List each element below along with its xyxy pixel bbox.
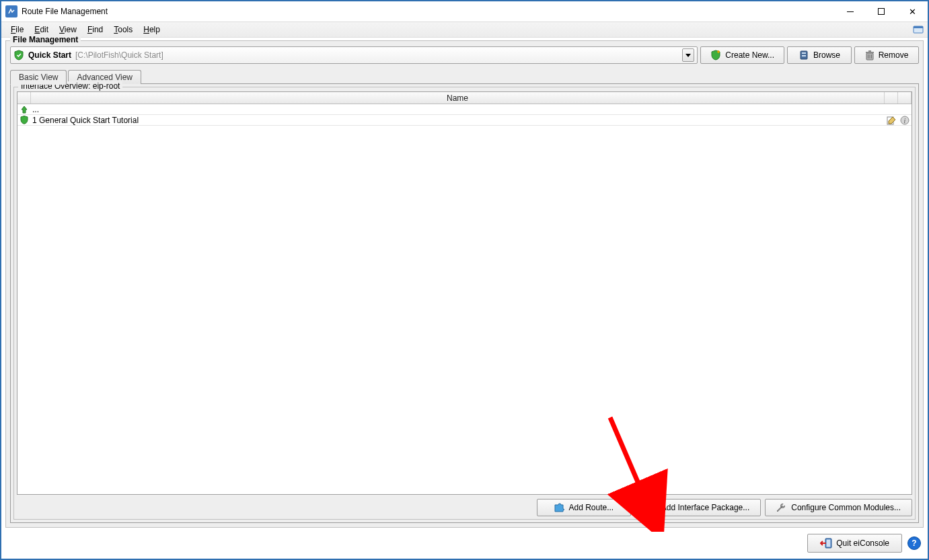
titlebar: Route File Management xyxy=(1,1,928,22)
working-dir-dropdown-button[interactable] xyxy=(682,48,694,62)
puzzle-icon xyxy=(554,502,564,513)
wrench-icon xyxy=(776,502,787,513)
window-maximize-button[interactable] xyxy=(866,1,897,22)
menu-find[interactable]: Find xyxy=(82,24,108,36)
info-row-icon[interactable]: i xyxy=(898,116,912,125)
quit-eiconsole-button[interactable]: Quit eiConsole xyxy=(807,534,902,553)
add-route-button[interactable]: Add Route... xyxy=(537,499,631,516)
col-name[interactable]: Name xyxy=(31,92,885,104)
menu-edit[interactable]: Edit xyxy=(29,24,54,36)
svg-text:i: i xyxy=(904,116,906,124)
window-close-button[interactable] xyxy=(897,1,928,22)
working-dir-combo[interactable]: Quick Start [C:\PilotFish\Quick Start] xyxy=(10,46,698,64)
app-icon xyxy=(5,5,17,17)
svg-rect-14 xyxy=(827,540,831,547)
trash-icon xyxy=(865,50,875,61)
table-header: Name xyxy=(17,92,912,104)
working-dir-path: [C:\PilotFish\Quick Start] xyxy=(75,50,163,60)
quit-label: Quit eiConsole xyxy=(836,538,889,548)
menu-tools[interactable]: Tools xyxy=(108,24,138,36)
add-route-label: Add Route... xyxy=(568,503,614,512)
configure-common-modules-label: Configure Common Modules... xyxy=(791,503,901,512)
create-new-label: Create New... xyxy=(725,50,774,60)
window-title: Route File Management xyxy=(22,7,108,16)
create-new-icon xyxy=(710,50,721,61)
svg-rect-5 xyxy=(802,52,806,54)
footer-bar: Quit eiConsole ? xyxy=(5,528,924,555)
configure-common-modules-button[interactable]: Configure Common Modules... xyxy=(765,499,912,516)
interface-table: Name ... xyxy=(17,91,912,495)
menu-file[interactable]: File xyxy=(5,24,29,36)
tab-basic-view[interactable]: Basic View xyxy=(10,70,67,85)
table-row[interactable]: 1 General Quick Start Tutorial i xyxy=(17,115,912,126)
svg-rect-8 xyxy=(866,52,874,53)
svg-rect-9 xyxy=(868,50,871,52)
menu-help[interactable]: Help xyxy=(138,24,165,36)
menu-view[interactable]: View xyxy=(54,24,82,36)
edit-row-icon[interactable] xyxy=(885,116,898,125)
cabinet-icon xyxy=(798,50,809,61)
col-icon[interactable] xyxy=(17,92,31,104)
tab-panel-basic: Interface Overview: eip-root Name xyxy=(10,83,919,523)
interface-overview-panel: Interface Overview: eip-root Name xyxy=(13,87,916,520)
remove-label: Remove xyxy=(879,50,909,60)
window-minimize-button[interactable] xyxy=(835,1,866,22)
shield-plus-icon xyxy=(646,502,657,513)
browse-button[interactable]: Browse xyxy=(787,46,852,64)
help-icon[interactable]: ? xyxy=(907,536,921,550)
col-action-1[interactable] xyxy=(885,92,898,104)
toolbar-window-icon[interactable] xyxy=(913,24,924,35)
create-new-button[interactable]: Create New... xyxy=(700,46,784,64)
col-action-2[interactable] xyxy=(898,92,912,104)
row-tutorial-name: 1 General Quick Start Tutorial xyxy=(31,116,885,125)
file-management-panel: File Management Quick Start [C:\PilotFis… xyxy=(5,40,924,528)
add-interface-package-label: Add Interface Package... xyxy=(661,503,749,512)
remove-button[interactable]: Remove xyxy=(854,46,919,64)
shield-icon xyxy=(17,116,31,124)
browse-label: Browse xyxy=(813,50,840,60)
shield-icon xyxy=(13,50,24,61)
up-icon xyxy=(17,106,31,114)
row-up-name: ... xyxy=(31,105,885,114)
svg-rect-6 xyxy=(802,55,806,56)
exit-icon xyxy=(820,538,832,549)
working-dir-name: Quick Start xyxy=(28,50,71,60)
menubar: File Edit View Find Tools Help xyxy=(1,22,928,38)
svg-rect-2 xyxy=(914,26,923,28)
add-interface-package-button[interactable]: Add Interface Package... xyxy=(635,499,761,516)
file-management-legend: File Management xyxy=(10,35,81,44)
table-row[interactable]: ... xyxy=(17,104,912,115)
